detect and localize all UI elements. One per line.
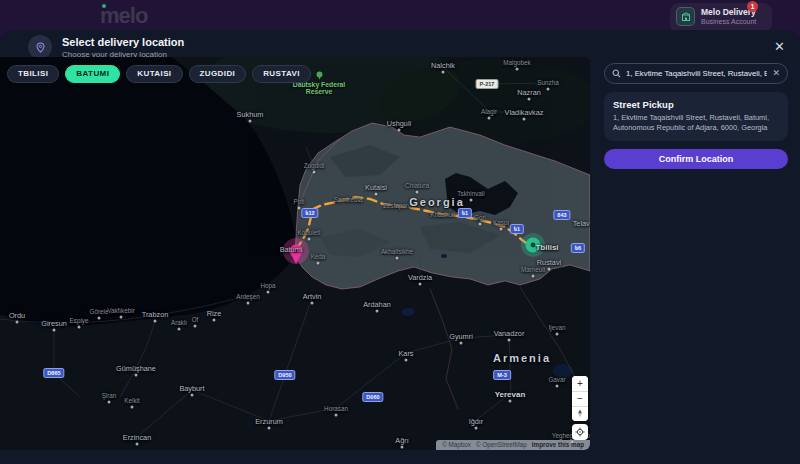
map-base-layer (0, 57, 590, 450)
locate-icon (575, 427, 585, 437)
city-dot (247, 302, 250, 305)
road-shield: D060 (362, 392, 383, 402)
road-shield: P-217 (476, 79, 499, 89)
location-panel: ✕ Street Pickup 1, Ekvtime Taqaishvili S… (604, 63, 788, 169)
account-subtitle: Business Account (701, 17, 756, 26)
delivery-location-modal: Select delivery location Choose your del… (0, 30, 800, 464)
city-dot (396, 257, 399, 260)
city-dot (268, 427, 271, 430)
city-dot (405, 359, 408, 362)
location-pin-icon (28, 35, 52, 59)
city-dot (135, 374, 138, 377)
city-dot (460, 342, 463, 345)
city-dot (53, 329, 56, 332)
compass-button[interactable] (572, 406, 588, 421)
road-shield: ს1 (510, 224, 524, 234)
search-result-card[interactable]: Street Pickup 1, Ekvtime Taqaishvili Str… (604, 92, 788, 141)
map-zoom-controls: + − (572, 376, 588, 421)
city-dot (108, 401, 111, 404)
city-dot (335, 414, 338, 417)
road-shield: M-3 (493, 370, 511, 380)
city-dot (313, 171, 316, 174)
city-chip-batumi[interactable]: BATUMI (65, 65, 120, 83)
road-shield: ს12 (301, 208, 318, 218)
app-logo[interactable]: melo (100, 3, 147, 29)
city-dot (528, 98, 531, 101)
road-shield: ს1 (458, 208, 472, 218)
logo-dot-icon (102, 4, 106, 8)
city-dot (500, 228, 503, 231)
search-input[interactable] (626, 69, 767, 78)
road-shield: D865 (43, 368, 64, 378)
city-dot (317, 262, 320, 265)
zoom-out-button[interactable]: − (572, 391, 588, 406)
city-dot (556, 333, 559, 336)
city-dot (375, 193, 378, 196)
city-chip-zugdidi[interactable]: ZUGDIDI (189, 65, 247, 83)
city-dot (213, 319, 216, 322)
road-shield: ს6 (571, 243, 585, 253)
notification-badge: 1 (747, 1, 758, 12)
city-dot (523, 118, 526, 121)
locate-button[interactable] (572, 424, 588, 440)
city-dot (131, 406, 134, 409)
city-dot (479, 223, 482, 226)
tree-icon (315, 71, 324, 80)
city-dot (419, 283, 422, 286)
city-chip-kutaisi[interactable]: KUTAISI (126, 65, 182, 83)
city-dot (516, 68, 519, 71)
map-attribution: © Mapbox © OpenStreetMap Improve this ma… (436, 440, 590, 450)
city-dot (547, 88, 550, 91)
city-dot (470, 199, 473, 202)
city-chip-rustavi[interactable]: RUSTAVI (252, 65, 311, 83)
app-root: melo Melo Delivery Business Account 1 Se… (0, 0, 800, 464)
city-dot (136, 443, 139, 446)
city-dot (16, 321, 19, 324)
app-header: melo Melo Delivery Business Account 1 (0, 0, 800, 34)
map[interactable]: Dautsky Federal Reserve SukhumNalchikMal… (0, 57, 590, 450)
city-dot (194, 325, 197, 328)
city-dot (401, 446, 404, 449)
city-dot (311, 302, 314, 305)
city-dot (442, 71, 445, 74)
city-dot (98, 317, 101, 320)
attrib-mapbox[interactable]: © Mapbox (442, 441, 471, 448)
city-dot (191, 394, 194, 397)
city-dot (120, 316, 123, 319)
search-field[interactable]: ✕ (604, 63, 788, 84)
city-dot (154, 320, 157, 323)
business-icon (676, 7, 695, 26)
city-dot (556, 385, 559, 388)
pickup-marker (283, 238, 309, 264)
attrib-osm[interactable]: © OpenStreetMap (476, 441, 527, 448)
logo-text: melo (100, 3, 147, 28)
result-title: Street Pickup (613, 99, 779, 110)
city-dot (178, 328, 181, 331)
city-dot (548, 268, 551, 271)
city-dot (398, 129, 401, 132)
city-dot (532, 275, 535, 278)
road-shield: D950 (274, 370, 295, 380)
city-dot (78, 326, 81, 329)
clear-search-icon[interactable]: ✕ (772, 69, 780, 78)
city-chips: TBILISIBATUMIKUTAISIZUGDIDIRUSTAVI (7, 65, 311, 83)
city-dot (298, 207, 301, 210)
city-dot (508, 339, 511, 342)
city-dot (509, 400, 512, 403)
city-dot (376, 310, 379, 313)
city-chip-tbilisi[interactable]: TBILISI (7, 65, 59, 83)
destination-marker (521, 233, 545, 257)
attrib-improve-link[interactable]: Improve this map (532, 441, 584, 448)
city-dot (475, 427, 478, 430)
city-dot (308, 238, 311, 241)
result-address: 1, Ekvtime Taqaishvili Street, Rustaveli… (613, 113, 779, 134)
city-dot (488, 117, 491, 120)
search-icon (612, 69, 621, 78)
city-dot (267, 291, 270, 294)
zoom-in-button[interactable]: + (572, 376, 588, 391)
close-button[interactable]: ✕ (772, 38, 787, 55)
compass-icon (576, 409, 584, 418)
modal-title: Select delivery location (62, 36, 184, 48)
confirm-location-button[interactable]: Confirm Location (604, 149, 788, 169)
city-dot (416, 191, 419, 194)
